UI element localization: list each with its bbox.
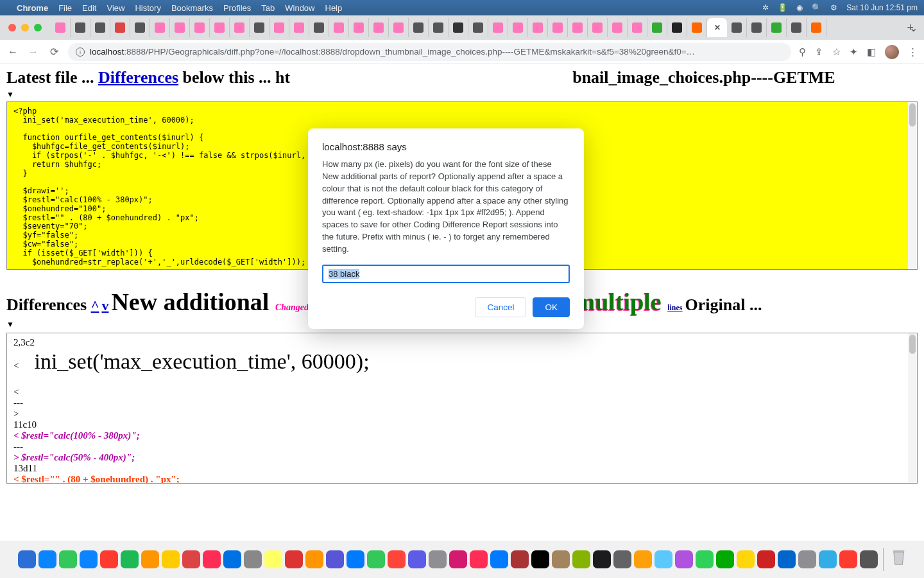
dock-app[interactable] bbox=[675, 550, 693, 568]
dock-app[interactable] bbox=[593, 550, 611, 568]
differences-link[interactable]: Differences bbox=[98, 68, 178, 87]
battery-icon[interactable]: 🔋 bbox=[778, 3, 787, 12]
browser-tab[interactable] bbox=[468, 18, 488, 37]
dialog-input[interactable] bbox=[322, 265, 570, 283]
menu-file[interactable]: File bbox=[58, 3, 72, 13]
dialog-ok-button[interactable]: OK bbox=[533, 297, 570, 317]
share-icon[interactable]: ⇪ bbox=[815, 46, 823, 58]
browser-tab[interactable] bbox=[628, 18, 647, 37]
dock-app[interactable] bbox=[388, 550, 406, 568]
dock-app[interactable] bbox=[59, 550, 77, 568]
dock-app[interactable] bbox=[552, 550, 570, 568]
dock-app[interactable] bbox=[613, 550, 631, 568]
window-zoom-button[interactable] bbox=[34, 24, 42, 31]
close-tab-icon[interactable]: ✕ bbox=[714, 23, 721, 32]
profile-avatar[interactable] bbox=[885, 45, 899, 59]
browser-tab[interactable] bbox=[210, 18, 230, 37]
browser-tab[interactable] bbox=[110, 18, 130, 37]
dock-app[interactable] bbox=[778, 550, 796, 568]
lens-icon[interactable]: ⚲ bbox=[799, 46, 806, 58]
menu-tab[interactable]: Tab bbox=[261, 3, 275, 13]
browser-tab[interactable] bbox=[747, 18, 767, 37]
dock-app[interactable] bbox=[121, 550, 139, 568]
menu-history[interactable]: History bbox=[135, 3, 160, 13]
browser-tab[interactable] bbox=[349, 18, 369, 37]
bookmark-star-icon[interactable]: ☆ bbox=[832, 46, 841, 58]
forward-button[interactable]: → bbox=[27, 46, 40, 58]
dialog-cancel-button[interactable]: Cancel bbox=[475, 297, 526, 317]
browser-tab[interactable] bbox=[130, 18, 150, 37]
dock-app[interactable] bbox=[305, 550, 323, 568]
wifi-icon[interactable]: ◉ bbox=[796, 3, 803, 12]
dock-app[interactable] bbox=[100, 550, 118, 568]
legend-original[interactable]: Original ... bbox=[685, 295, 762, 314]
reload-button[interactable]: ⟳ bbox=[47, 46, 60, 58]
browser-tab[interactable] bbox=[90, 18, 110, 37]
dock-app[interactable] bbox=[654, 550, 672, 568]
dock-app[interactable] bbox=[819, 550, 837, 568]
browser-tab[interactable] bbox=[71, 18, 90, 37]
dock-app[interactable] bbox=[346, 550, 364, 568]
browser-tab[interactable] bbox=[389, 18, 409, 37]
details-toggle-top[interactable]: ▼ bbox=[0, 90, 924, 100]
browser-tab[interactable] bbox=[687, 18, 707, 37]
dock-app[interactable] bbox=[264, 550, 282, 568]
tab-search-button[interactable]: ⌄ bbox=[909, 22, 918, 34]
dock-trash-icon[interactable] bbox=[891, 548, 906, 570]
browser-tab[interactable] bbox=[667, 18, 687, 37]
dock-app[interactable] bbox=[696, 550, 714, 568]
browser-tab[interactable] bbox=[647, 18, 667, 37]
browser-tab[interactable] bbox=[449, 18, 468, 37]
dock-app[interactable] bbox=[141, 550, 159, 568]
dock-app[interactable] bbox=[162, 550, 180, 568]
dock-app[interactable] bbox=[757, 550, 775, 568]
side-panel-icon[interactable]: ◧ bbox=[867, 46, 876, 58]
browser-tab[interactable] bbox=[190, 18, 210, 37]
window-close-button[interactable] bbox=[8, 24, 16, 31]
browser-tab[interactable] bbox=[807, 18, 826, 37]
menu-edit[interactable]: Edit bbox=[82, 3, 96, 13]
browser-tab[interactable] bbox=[548, 18, 568, 37]
dock-app[interactable] bbox=[449, 550, 467, 568]
dock-app[interactable] bbox=[839, 550, 857, 568]
diff-output-pane[interactable]: 2,3c2 <ini_set('max_execution_time', 600… bbox=[6, 333, 918, 484]
dock-app[interactable] bbox=[634, 550, 652, 568]
dock-app[interactable] bbox=[244, 550, 262, 568]
code-scrollbar-thumb[interactable] bbox=[909, 103, 916, 127]
control-center-icon[interactable]: ⚙ bbox=[830, 3, 837, 12]
legend-new-additional[interactable]: New additional bbox=[111, 288, 275, 315]
browser-tab[interactable] bbox=[250, 18, 270, 37]
dock-app[interactable] bbox=[531, 550, 549, 568]
dock-app[interactable] bbox=[326, 550, 344, 568]
code-scrollbar[interactable] bbox=[908, 102, 917, 269]
bluetooth-icon[interactable]: ✲ bbox=[762, 3, 769, 12]
dock-app[interactable] bbox=[367, 550, 385, 568]
diff-scrollbar-thumb[interactable] bbox=[909, 335, 916, 354]
dock-app[interactable] bbox=[470, 550, 488, 568]
spotlight-icon[interactable]: 🔍 bbox=[812, 3, 821, 12]
browser-tab[interactable] bbox=[309, 18, 329, 37]
browser-tab[interactable] bbox=[369, 18, 389, 37]
scroll-up-link[interactable]: ^ bbox=[91, 297, 99, 313]
dock-app[interactable] bbox=[572, 550, 590, 568]
browser-tab[interactable] bbox=[329, 18, 349, 37]
menu-window[interactable]: Window bbox=[285, 3, 314, 13]
dock-app[interactable] bbox=[38, 550, 56, 568]
browser-tab[interactable] bbox=[528, 18, 548, 37]
browser-tab[interactable] bbox=[787, 18, 807, 37]
browser-tab[interactable] bbox=[51, 18, 71, 37]
dock-app[interactable] bbox=[860, 550, 878, 568]
dock-app[interactable] bbox=[80, 550, 98, 568]
menubar-app-name[interactable]: Chrome bbox=[17, 3, 48, 13]
browser-tab[interactable] bbox=[429, 18, 449, 37]
browser-tab[interactable] bbox=[767, 18, 787, 37]
dock-app[interactable] bbox=[18, 550, 36, 568]
chrome-menu-icon[interactable]: ⋮ bbox=[908, 46, 918, 58]
menu-bookmarks[interactable]: Bookmarks bbox=[171, 3, 213, 13]
browser-tab[interactable] bbox=[568, 18, 588, 37]
dock-app[interactable] bbox=[429, 550, 447, 568]
dock-app[interactable] bbox=[203, 550, 221, 568]
browser-tab[interactable] bbox=[270, 18, 289, 37]
browser-tab[interactable] bbox=[289, 18, 309, 37]
extensions-icon[interactable]: ✦ bbox=[850, 46, 858, 58]
